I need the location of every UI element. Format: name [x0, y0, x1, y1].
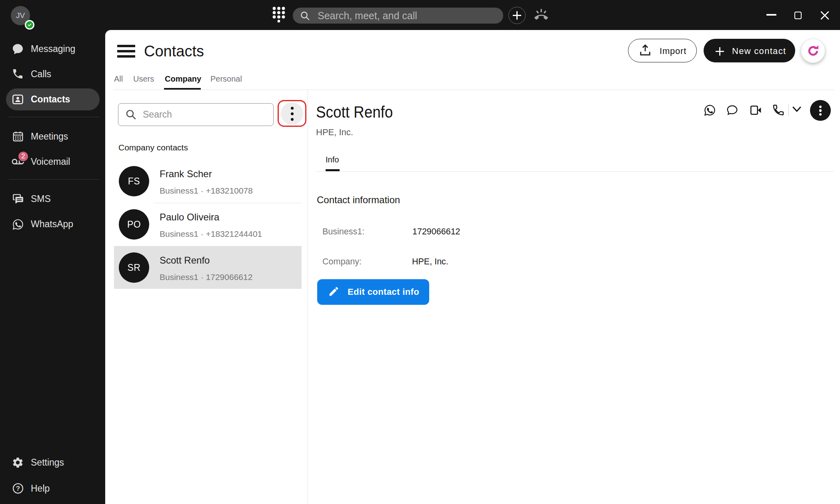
svg-text:?: ?	[16, 485, 20, 492]
